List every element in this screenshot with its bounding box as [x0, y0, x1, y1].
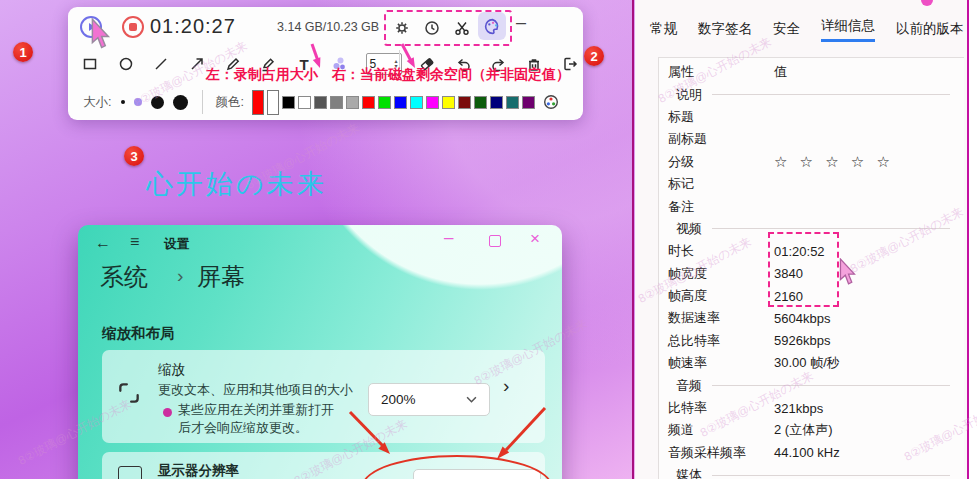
window-minimize-button[interactable]: – — [444, 228, 453, 248]
stop-record-button[interactable] — [121, 15, 145, 39]
property-label: 备注 — [668, 198, 774, 216]
color-swatch[interactable] — [346, 96, 359, 109]
tab-安全[interactable]: 安全 — [773, 20, 800, 42]
property-row: 备注 — [668, 195, 964, 217]
stroke-size-option-2[interactable] — [134, 98, 142, 106]
tab-常规[interactable]: 常规 — [650, 20, 677, 42]
mouse-cursor-large — [86, 18, 116, 50]
rating-stars[interactable]: ☆ ☆ ☆ ☆ ☆ — [774, 153, 894, 171]
property-row: 副标题 — [668, 128, 964, 150]
window-maximize-button[interactable] — [489, 235, 501, 247]
dialog-left-edge — [632, 0, 634, 479]
color-swatch[interactable] — [426, 96, 439, 109]
tab-数字签名[interactable]: 数字签名 — [698, 20, 752, 42]
screen-right-margin — [969, 0, 977, 479]
property-label: 分级 — [668, 153, 774, 171]
arrow-tool[interactable] — [187, 53, 207, 75]
clock-icon — [423, 19, 441, 37]
handwritten-note: 左：录制占用大小 右：当前磁盘剩余空间（并非固定值） — [206, 66, 570, 84]
property-label: 总比特率 — [668, 332, 774, 350]
callout-badge-3: 3 — [124, 146, 144, 166]
scale-dropdown[interactable]: 200% — [368, 383, 490, 416]
primary-color-swatch[interactable] — [252, 90, 264, 115]
color-swatch[interactable] — [490, 96, 503, 109]
chevron-right-icon[interactable]: › — [503, 375, 509, 397]
property-label: 音频采样频率 — [668, 444, 774, 462]
property-row: 比特率321kbps — [668, 397, 964, 419]
chevron-down-icon — [466, 396, 477, 403]
property-label: 副标题 — [668, 130, 774, 148]
style-separator — [202, 90, 203, 114]
back-button[interactable]: ← — [95, 234, 111, 252]
property-label: 标记 — [668, 175, 774, 193]
stop-icon — [121, 15, 145, 39]
section-scale-layout: 缩放和布局 — [102, 324, 175, 343]
scale-card-desc: 更改文本、应用和其他项目的大小 — [158, 381, 353, 399]
custom-color-button[interactable] — [541, 91, 561, 113]
settings-window: ← ≡ 设置 – × 系统 › 屏幕 缩放和布局 缩放 更改文本、应用和其他项目… — [78, 225, 562, 479]
stroke-size-option-1[interactable] — [121, 100, 125, 104]
property-label: 数据速率 — [668, 309, 774, 327]
palette-icon — [483, 17, 502, 36]
secondary-color-swatch[interactable] — [267, 90, 279, 115]
property-row: 标记 — [668, 173, 964, 195]
breadcrumb-display: 屏幕 — [197, 261, 245, 293]
stroke-size-option-4[interactable] — [173, 95, 188, 110]
breadcrumb-system[interactable]: 系统 — [100, 261, 148, 293]
tab-以前的版本[interactable]: 以前的版本 — [896, 20, 964, 42]
color-swatch[interactable] — [410, 96, 423, 109]
color-swatch[interactable] — [474, 96, 487, 109]
property-row: 分级☆ ☆ ☆ ☆ ☆ — [668, 151, 964, 173]
color-swatch[interactable] — [282, 96, 295, 109]
color-swatch[interactable] — [378, 96, 391, 109]
resolution-card-title: 显示器分辨率 — [158, 462, 239, 479]
color-swatch[interactable] — [442, 96, 455, 109]
color-swatch[interactable] — [362, 96, 375, 109]
window-close-button[interactable]: × — [530, 229, 540, 249]
property-row: 帧速率30.00 帧/秒 — [668, 352, 964, 374]
storage-usage: 3.14 GB/10.23 GB — [277, 20, 379, 34]
group-header-说明: 说明 — [668, 83, 964, 105]
property-row: 数据速率5604kbps — [668, 307, 964, 329]
scale-icon — [116, 380, 142, 406]
scissors-icon — [453, 19, 471, 37]
color-swatch[interactable] — [298, 96, 311, 109]
hamburger-menu-icon[interactable]: ≡ — [130, 233, 139, 251]
color-swatch[interactable] — [522, 96, 535, 109]
minimize-toolbar-button[interactable]: – — [516, 12, 526, 33]
stroke-size-option-3[interactable] — [151, 96, 164, 109]
rect-tool[interactable] — [80, 53, 100, 75]
color-swatch[interactable] — [314, 96, 327, 109]
desktop-caption-text: 心开始の未来 — [146, 166, 327, 202]
settings-app-title: 设置 — [164, 236, 189, 253]
color-swatch[interactable] — [506, 96, 519, 109]
color-swatch[interactable] — [330, 96, 343, 109]
scale-dropdown-value: 200% — [381, 392, 416, 407]
color-swatch[interactable] — [458, 96, 471, 109]
gear-icon — [393, 19, 411, 37]
settings-button[interactable] — [392, 17, 412, 39]
scale-card-note-line1: 某些应用在关闭并重新打开 — [178, 401, 334, 419]
line-tool[interactable] — [151, 53, 171, 75]
color-swatch[interactable] — [394, 96, 407, 109]
clip-button[interactable] — [452, 17, 472, 39]
property-label: 属性 — [668, 63, 774, 81]
timer-button[interactable] — [422, 17, 442, 39]
ellipse-tool[interactable] — [116, 53, 136, 75]
size-label: 大小: — [83, 94, 111, 111]
mouse-cursor-small — [836, 258, 860, 286]
color-wheel-icon — [542, 93, 560, 111]
recording-timer: 01:20:27 — [150, 15, 240, 38]
tab-详细信息[interactable]: 详细信息 — [821, 17, 875, 42]
property-value: 30.00 帧/秒 — [774, 354, 840, 372]
property-label: 标题 — [668, 108, 774, 126]
property-row: 音频采样频率44.100 kHz — [668, 442, 964, 464]
property-value: 2 (立体声) — [774, 421, 833, 439]
property-label: 帧宽度 — [668, 265, 774, 283]
callout-badge-2: 2 — [584, 46, 604, 66]
column-headers: 属性值 — [668, 61, 964, 83]
scale-setting-card[interactable]: 缩放 更改文本、应用和其他项目的大小 某些应用在关闭并重新打开 后才会响应缩放更… — [102, 350, 545, 443]
property-label: 比特率 — [668, 399, 774, 417]
paint-tools-button[interactable] — [478, 12, 506, 40]
callout-badge-1: 1 — [13, 42, 33, 62]
